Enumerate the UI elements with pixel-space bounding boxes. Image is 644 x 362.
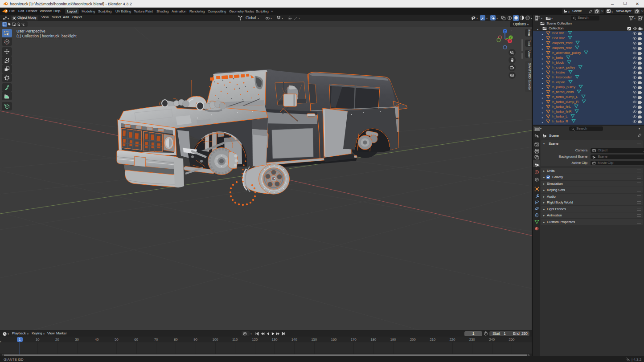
svg-text:X: X [509, 40, 511, 43]
svg-text:Z: Z [504, 30, 506, 33]
svg-text:Y: Y [510, 36, 512, 39]
